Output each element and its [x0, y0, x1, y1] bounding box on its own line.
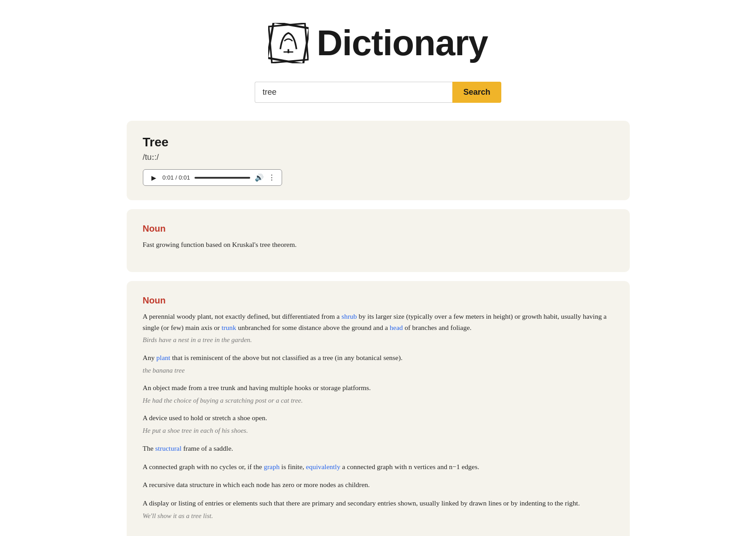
- definition-text: A device used to hold or stretch a shoe …: [143, 413, 614, 424]
- link-equivalently[interactable]: equivalently: [306, 463, 340, 470]
- definition-card-2: Noun A perennial woody plant, not exactl…: [127, 281, 630, 536]
- definition-text: An object made from a tree trunk and hav…: [143, 382, 614, 394]
- definition-item: A device used to hold or stretch a shoe …: [143, 413, 614, 435]
- definition-card-1: Noun Fast growing function based on Krus…: [127, 209, 630, 272]
- search-section: Search: [127, 82, 630, 103]
- search-input[interactable]: [255, 82, 452, 103]
- definition-item: Fast growing function based on Kruskal's…: [143, 239, 614, 250]
- pos-label-1: Noun: [143, 224, 614, 234]
- definition-text: Fast growing function based on Kruskal's…: [143, 239, 614, 250]
- definition-item: A connected graph with no cycles or, if …: [143, 461, 614, 473]
- play-button[interactable]: ▶: [150, 174, 158, 181]
- link-trunk[interactable]: trunk: [221, 324, 236, 331]
- definition-item: The structural frame of a saddle.: [143, 443, 614, 454]
- example-text: the banana tree: [143, 365, 614, 376]
- svg-rect-1: [269, 23, 308, 63]
- audio-player: ▶ 0:01 / 0:01 🔊 ⋮: [143, 169, 282, 186]
- header: Dictionary: [127, 9, 630, 82]
- search-button[interactable]: Search: [452, 82, 501, 103]
- audio-progress-bar[interactable]: [195, 177, 250, 179]
- link-graph[interactable]: graph: [264, 463, 279, 470]
- volume-button[interactable]: 🔊: [255, 173, 264, 182]
- audio-time: 0:01 / 0:01: [163, 174, 190, 181]
- definition-text: Any plant that is reminiscent of the abo…: [143, 352, 614, 364]
- word-card: Tree /tuː:/ ▶ 0:01 / 0:01 🔊 ⋮: [127, 121, 630, 200]
- link-structural[interactable]: structural: [155, 444, 181, 452]
- definition-item: A recursive data structure in which each…: [143, 479, 614, 491]
- link-head[interactable]: head: [390, 324, 403, 331]
- more-options-button[interactable]: ⋮: [268, 173, 275, 182]
- example-text: He put a shoe tree in each of his shoes.: [143, 426, 614, 436]
- definition-text: A recursive data structure in which each…: [143, 479, 614, 491]
- definition-item: A perennial woody plant, not exactly def…: [143, 311, 614, 345]
- example-text: Birds have a nest in a tree in the garde…: [143, 335, 614, 345]
- definition-item: An object made from a tree trunk and hav…: [143, 382, 614, 405]
- example-text: We'll show it as a tree list.: [143, 511, 614, 521]
- page-title: Dictionary: [317, 22, 488, 64]
- link-plant[interactable]: plant: [156, 354, 170, 361]
- example-text: He had the choice of buying a scratching…: [143, 395, 614, 406]
- dictionary-logo-icon: [268, 23, 309, 63]
- definition-text: A perennial woody plant, not exactly def…: [143, 311, 614, 334]
- definition-item: A display or listing of entries or eleme…: [143, 498, 614, 521]
- definition-item: Any plant that is reminiscent of the abo…: [143, 352, 614, 375]
- pos-label-2: Noun: [143, 295, 614, 306]
- definition-text: A connected graph with no cycles or, if …: [143, 461, 614, 473]
- definition-text: A display or listing of entries or eleme…: [143, 498, 614, 509]
- definition-text: The structural frame of a saddle.: [143, 443, 614, 454]
- word-title: Tree: [143, 135, 614, 149]
- phonetic: /tuː:/: [143, 152, 614, 162]
- link-shrub[interactable]: shrub: [341, 312, 357, 320]
- svg-rect-0: [268, 23, 309, 63]
